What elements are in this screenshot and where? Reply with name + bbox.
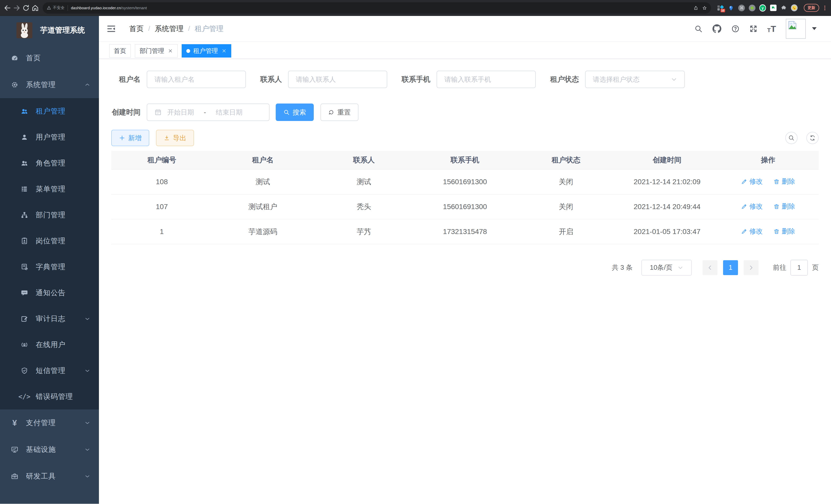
- delete-button[interactable]: 删除: [773, 177, 795, 186]
- sidebar-menu: 首页系统管理租户管理用户管理角色管理菜单管理部门管理岗位管理字典管理通知公告审计…: [0, 45, 99, 490]
- sidebar-item-notice[interactable]: 通知公告: [0, 280, 99, 306]
- dashboard-icon: [9, 54, 20, 62]
- search-icon: [788, 135, 795, 141]
- blue-drop-extension-icon[interactable]: [728, 5, 735, 11]
- prev-page-button[interactable]: [703, 260, 717, 275]
- filter-row-2: 创建时间 开始日期 - 结束日期 搜索 重置: [111, 103, 819, 121]
- yuque-extension-icon[interactable]: y: [759, 5, 766, 11]
- sidebar-item-tenant-management[interactable]: 租户管理: [0, 98, 99, 124]
- docs-help-icon[interactable]: [731, 25, 740, 33]
- user-avatar[interactable]: [786, 19, 806, 39]
- sidebar-item-online-user[interactable]: 在线用户: [0, 332, 99, 358]
- tab-label: 租户管理: [193, 47, 218, 55]
- edit-button-label: 修改: [749, 202, 763, 211]
- tenant-name-input-wrap: [147, 71, 246, 88]
- add-button[interactable]: 新增: [111, 130, 149, 146]
- bookmark-star-icon[interactable]: [702, 6, 707, 10]
- security-label[interactable]: 不安全: [53, 5, 64, 10]
- browser-home-icon[interactable]: [31, 4, 39, 12]
- page-number-1[interactable]: 1: [723, 260, 738, 275]
- user-icon: [19, 133, 30, 141]
- show-search-toggle-button[interactable]: [785, 132, 798, 144]
- sidebar-item-post-management[interactable]: 岗位管理: [0, 228, 99, 254]
- font-size-icon[interactable]: TT: [767, 24, 776, 33]
- fullscreen-icon[interactable]: [749, 25, 757, 33]
- sidebar-item-sms-management[interactable]: 短信管理: [0, 358, 99, 384]
- status-select[interactable]: 请选择租户状态: [585, 71, 685, 88]
- browser-back-icon[interactable]: [4, 4, 11, 12]
- edit-icon: [741, 228, 747, 235]
- breadcrumb-item[interactable]: 系统管理: [155, 24, 183, 34]
- github-icon[interactable]: [712, 24, 721, 33]
- reset-button[interactable]: 重置: [320, 103, 359, 121]
- sidebar-item-dev-tools[interactable]: 研发工具: [0, 463, 99, 490]
- browser-menu-icon[interactable]: [822, 6, 827, 10]
- sidebar-item-user-management[interactable]: 用户管理: [0, 124, 99, 150]
- emoji-extension-icon[interactable]: [791, 5, 798, 11]
- navbar: 首页/系统管理/租户管理 TT: [99, 16, 831, 41]
- tab-close-icon[interactable]: [222, 48, 227, 53]
- edit-button[interactable]: 修改: [741, 202, 763, 211]
- message-icon: [19, 289, 30, 297]
- search-icon: [283, 109, 290, 115]
- column-header: 租户名: [212, 151, 313, 169]
- toolbox-icon: [9, 472, 20, 480]
- url-path: /system/tenant: [121, 6, 147, 10]
- cell-id: 1: [111, 219, 212, 244]
- command-extension-icon[interactable]: [738, 5, 745, 11]
- recorder-extension-icon[interactable]: [749, 5, 755, 11]
- goto-page-input[interactable]: [791, 260, 807, 275]
- delete-button[interactable]: 删除: [773, 227, 795, 236]
- column-header: 租户编号: [111, 151, 212, 169]
- refresh-table-button[interactable]: [806, 132, 819, 144]
- plus-icon: [119, 135, 125, 141]
- create-time-range-picker[interactable]: 开始日期 - 结束日期: [147, 103, 269, 121]
- export-button[interactable]: 导出: [156, 130, 194, 146]
- browser-forward-icon[interactable]: [13, 4, 21, 12]
- next-page-button[interactable]: [744, 260, 758, 275]
- search-button[interactable]: 搜索: [276, 103, 314, 121]
- delete-button-label: 删除: [782, 227, 795, 236]
- phone-input[interactable]: [444, 76, 528, 84]
- tab-close-icon[interactable]: [168, 48, 173, 53]
- badge-icon: [19, 237, 30, 245]
- sidebar-item-role-management[interactable]: 角色管理: [0, 150, 99, 176]
- browser-reload-icon[interactable]: [22, 4, 30, 12]
- sidebar-fold-icon[interactable]: [107, 24, 116, 33]
- sidebar-item-label: 错误码管理: [36, 392, 73, 402]
- tag-grid-extension-icon[interactable]: 10: [717, 5, 724, 11]
- tab-部门管理[interactable]: 部门管理: [135, 44, 177, 58]
- avatar-dropdown-caret-icon[interactable]: [812, 27, 816, 30]
- contact-input[interactable]: [296, 76, 379, 84]
- tab-租户管理[interactable]: 租户管理: [182, 44, 231, 58]
- code-icon: </>: [19, 393, 30, 401]
- sidebar-item-audit-log[interactable]: 审计日志: [0, 306, 99, 332]
- sidebar-item-dict-management[interactable]: 字典管理: [0, 254, 99, 280]
- breadcrumb-item[interactable]: 首页: [129, 24, 144, 34]
- chrome-update-button[interactable]: 更新: [804, 4, 819, 12]
- tab-首页[interactable]: 首页: [109, 44, 131, 58]
- status-label: 租户状态: [550, 75, 579, 84]
- sidebar-item-infrastructure[interactable]: 基础设施: [0, 436, 99, 463]
- sidebar-item-dept-management[interactable]: 部门管理: [0, 202, 99, 228]
- tenant-name-input[interactable]: [154, 76, 238, 84]
- sidebar-logo[interactable]: 芋道管理系统: [0, 16, 99, 45]
- header-search-icon[interactable]: [694, 25, 703, 33]
- puzzle-extension-icon[interactable]: [780, 5, 787, 11]
- phone-input-wrap: [436, 71, 536, 88]
- edit-button[interactable]: 修改: [741, 177, 763, 186]
- share-icon[interactable]: [693, 6, 698, 10]
- edit-icon: [741, 203, 747, 210]
- sidebar-item-menu-management[interactable]: 菜单管理: [0, 176, 99, 202]
- cell-phone: 17321315478: [414, 219, 515, 244]
- sidebar: 芋道管理系统 首页系统管理租户管理用户管理角色管理菜单管理部门管理岗位管理字典管…: [0, 16, 99, 504]
- page-size-select[interactable]: 10条/页: [641, 260, 692, 276]
- chat-extension-icon[interactable]: [770, 5, 776, 11]
- edit-button[interactable]: 修改: [741, 227, 763, 236]
- sidebar-item-pay-management[interactable]: ¥支付管理: [0, 410, 99, 436]
- sidebar-item-system-management[interactable]: 系统管理: [0, 71, 99, 98]
- delete-button[interactable]: 删除: [773, 202, 795, 211]
- sidebar-item-error-code-management[interactable]: </>错误码管理: [0, 384, 99, 410]
- sidebar-item-home[interactable]: 首页: [0, 45, 99, 71]
- url-bar[interactable]: 不安全 dashboard.yudao.iocoder.cn/system/te…: [42, 2, 711, 13]
